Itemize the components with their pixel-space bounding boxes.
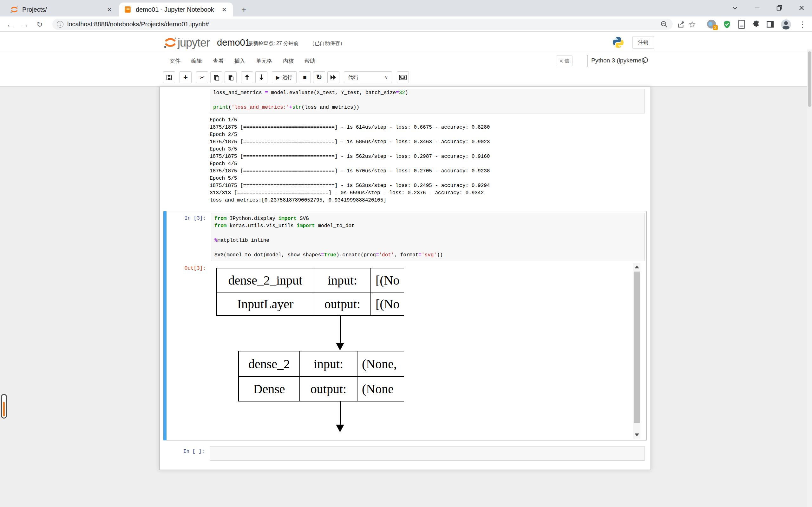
code-cell-model-svg[interactable]: In [3]: from IPython.display import SVG … <box>163 211 647 441</box>
trusted-button[interactable]: 可信 <box>556 55 572 66</box>
diagram-edge-line <box>340 316 341 343</box>
layer2-name: dense_2 <box>239 351 299 376</box>
zoom-level-icon[interactable] <box>660 20 668 29</box>
output-prompt: Out[3]: <box>166 261 211 439</box>
move-cell-down-button[interactable] <box>255 71 267 83</box>
code-text: loss_and_metrics = model.evaluate(X_test… <box>213 89 641 111</box>
restart-kernel-button[interactable]: ↻ <box>313 71 325 83</box>
run-label: 运行 <box>282 74 293 81</box>
output-scrollbar[interactable] <box>633 263 641 439</box>
menu-file[interactable]: 文件 <box>164 57 186 65</box>
checkpoint-status: 最新检查点: 27 分钟前 <box>248 40 299 47</box>
notebook-title[interactable]: demo01 <box>217 38 250 48</box>
capture-marker-fill <box>3 402 5 416</box>
forward-icon[interactable]: → <box>20 19 31 30</box>
browser-address-bar: ← → ↻ i localhost:8888/notebooks/Project… <box>0 16 812 32</box>
input-prompt <box>165 89 210 113</box>
menu-help[interactable]: 帮助 <box>299 57 321 65</box>
add-cell-button[interactable]: + <box>180 71 192 83</box>
interrupt-kernel-button[interactable]: ■ <box>299 71 311 83</box>
layer1-output-shape: [(No <box>370 292 404 315</box>
tab-projects[interactable]: Projects/ ✕ <box>6 3 118 16</box>
command-palette-button[interactable] <box>397 71 409 83</box>
paste-cells-button[interactable] <box>224 71 237 83</box>
jupyter-logo-icon[interactable] <box>164 36 177 49</box>
back-icon[interactable]: ← <box>5 19 16 30</box>
move-cell-up-button[interactable] <box>241 71 253 83</box>
layer1-name: dense_2_input <box>217 268 314 292</box>
tab-demo01[interactable]: demo01 - Jupyter Notebook ✕ <box>119 3 233 16</box>
page-scrollbar-thumb[interactable] <box>808 51 811 107</box>
restart-run-all-button[interactable] <box>327 71 339 83</box>
kernel-name: Python 3 (ipykernel) <box>591 57 645 64</box>
site-info-icon[interactable]: i <box>57 21 63 27</box>
tab-title: Projects/ <box>22 6 105 13</box>
tab-close-icon[interactable]: ✕ <box>220 5 229 14</box>
cell-type-select[interactable]: 代码 ∨ <box>344 71 392 83</box>
jupyter-wordmark[interactable]: jupyter <box>177 36 210 49</box>
code-editor[interactable]: from IPython.display import SVG from ker… <box>211 213 645 261</box>
menu-insert[interactable]: 插入 <box>229 57 251 65</box>
logout-button[interactable]: 注销 <box>632 36 654 49</box>
code-editor[interactable]: loss_and_metrics = model.evaluate(X_test… <box>210 89 645 113</box>
jupyter-favicon-icon <box>10 5 18 14</box>
notebook-favicon-icon <box>124 5 132 14</box>
save-button[interactable] <box>163 71 175 83</box>
tab-close-icon[interactable]: ✕ <box>105 5 113 14</box>
input-prompt: In [ ]: <box>165 446 210 461</box>
shield-extension-icon[interactable] <box>722 19 732 30</box>
layer1-input-shape: [(No <box>370 268 404 292</box>
document-extension-icon[interactable] <box>737 19 747 30</box>
layer1-class: InputLayer <box>217 292 314 315</box>
scroll-down-icon[interactable] <box>633 431 641 439</box>
jupyter-menubar: 文件 编辑 查看 插入 单元格 内核 帮助 可信 Python 3 (ipyke… <box>0 53 812 68</box>
url-omnibox[interactable]: i localhost:8888/notebooks/Projects/demo… <box>52 19 673 30</box>
code-cell-evaluate[interactable]: loss_and_metrics = model.evaluate(X_test… <box>163 87 647 207</box>
svg-output-area[interactable]: dense_2_input input: [(No InputLayer out… <box>211 263 645 439</box>
puzzle-extensions-icon[interactable] <box>751 19 761 30</box>
input-prompt: In [3]: <box>166 213 211 261</box>
menu-view[interactable]: 查看 <box>207 57 229 65</box>
reload-icon[interactable]: ↻ <box>34 19 45 30</box>
code-editor[interactable] <box>210 446 645 461</box>
menu-edit[interactable]: 编辑 <box>186 57 207 65</box>
window-close-button[interactable] <box>792 0 811 16</box>
sidebar-panel-icon[interactable] <box>765 19 775 30</box>
url-text[interactable]: localhost:8888/notebooks/Projects/demo01… <box>67 20 660 28</box>
training-output-text: Epoch 1/5 1875/1875 [===================… <box>210 113 490 205</box>
layer2-output-label: output: <box>299 376 357 401</box>
profile-avatar[interactable] <box>781 19 791 30</box>
autosave-status: （已自动保存） <box>310 40 345 47</box>
window-minimize-button[interactable] <box>747 0 767 16</box>
run-cell-button[interactable]: ▶ 运行 <box>272 71 297 83</box>
scrollbar-thumb[interactable] <box>634 272 640 423</box>
menu-kernel[interactable]: 内核 <box>277 57 299 65</box>
layer2-input-shape: (None, <box>357 351 404 376</box>
scroll-up-icon[interactable] <box>633 263 641 271</box>
extension-count-badge: 2 <box>713 25 718 30</box>
cell-type-value: 代码 <box>348 74 358 81</box>
new-tab-button[interactable]: + <box>239 4 249 15</box>
layer1-input-label: input: <box>314 268 370 292</box>
window-restore-button[interactable] <box>769 0 789 16</box>
notebook-container: loss_and_metrics = model.evaluate(X_test… <box>159 87 651 470</box>
share-icon[interactable] <box>676 19 687 30</box>
screen-capture-marker <box>1 394 7 418</box>
jupyter-toolbar: + ✂ ▶ 运行 ■ ↻ 代码 ∨ <box>0 68 812 87</box>
kernel-separator <box>587 55 588 66</box>
layer2-class: Dense <box>239 376 299 401</box>
browser-menu-dots-icon[interactable]: ⋮ <box>798 19 808 30</box>
notebook-scroll-area[interactable]: loss_and_metrics = model.evaluate(X_test… <box>0 87 812 507</box>
tab-title: demo01 - Jupyter Notebook <box>136 6 220 13</box>
copy-cells-button[interactable] <box>210 71 222 83</box>
page-scrollbar[interactable] <box>807 49 812 507</box>
cut-cells-button[interactable]: ✂ <box>196 71 208 83</box>
bookmark-star-icon[interactable]: ☆ <box>687 19 697 30</box>
empty-code-cell[interactable]: In [ ]: <box>163 444 647 463</box>
extension-badge-icon[interactable]: 2 <box>707 19 717 30</box>
jupyter-header: jupyter demo01 最新检查点: 27 分钟前 （已自动保存） 注销 <box>0 32 812 53</box>
menu-cell[interactable]: 单元格 <box>251 57 277 65</box>
diagram-layer2-table: dense_2 input: (None, Dense output: (Non… <box>238 351 404 401</box>
layer2-output-shape: (None <box>357 376 404 401</box>
tab-search-chevron-icon[interactable] <box>725 0 745 16</box>
